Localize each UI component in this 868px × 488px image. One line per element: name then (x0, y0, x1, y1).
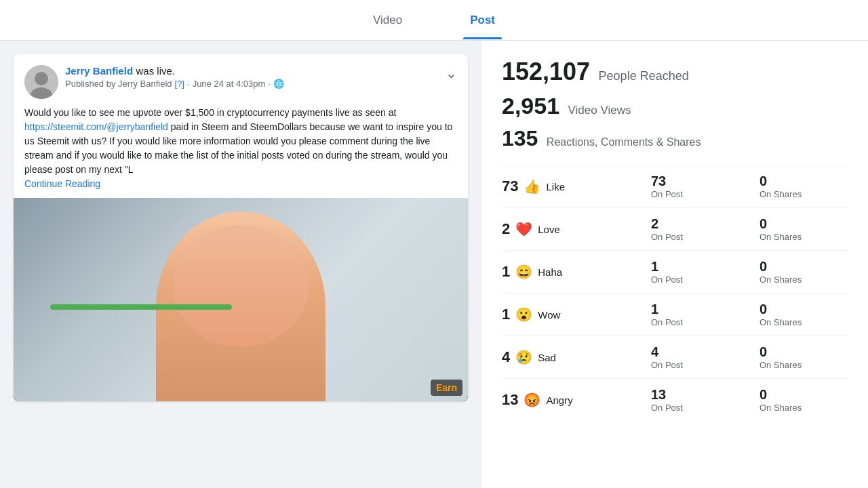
reaction-on-post-cell: 13 On Post (651, 387, 760, 413)
reaction-icon: 😡 (524, 392, 540, 408)
reactions-stat: 135 Reactions, Comments & Shares (502, 126, 848, 151)
stats-panel: 152,107 People Reached 2,951 Video Views… (481, 41, 868, 488)
progress-bar (50, 304, 232, 310)
reaction-on-shares-count: 0 (760, 387, 868, 403)
reaction-on-post-label: On Post (651, 317, 760, 327)
reaction-on-post-count: 1 (651, 302, 760, 317)
reaction-on-post-label: On Post (651, 274, 760, 285)
continue-reading-link[interactable]: Continue Reading (24, 178, 100, 189)
reaction-name-cell: 1 😮 Wow (502, 306, 651, 323)
reaction-name-cell: 1 😄 Haha (502, 263, 651, 281)
reaction-on-post-count: 13 (651, 387, 760, 403)
video-views-number: 2,951 (502, 93, 559, 119)
reaction-total-count: 1 (502, 306, 510, 323)
reaction-on-post-cell: 1 On Post (651, 302, 760, 327)
reaction-icon: 👍 (524, 178, 540, 195)
reaction-icon: 😄 (515, 264, 532, 280)
post-header: Jerry Banfield was live. Published by Je… (14, 54, 468, 106)
reaction-on-post-cell: 4 On Post (651, 344, 760, 370)
reaction-total-count: 73 (502, 178, 518, 195)
video-views-label: Video Views (568, 104, 631, 117)
reaction-on-post-label: On Post (651, 189, 760, 199)
post-panel: Jerry Banfield was live. Published by Je… (0, 41, 481, 488)
reaction-on-post-label: On Post (651, 360, 760, 370)
video-views-stat: 2,951 Video Views (502, 93, 848, 119)
reaction-row: 4 😢 Sad 4 On Post 0 On Shares (502, 336, 848, 378)
earn-badge: Earn (431, 380, 462, 396)
reaction-on-post-cell: 2 On Post (651, 216, 760, 242)
people-reached-stat: 152,107 People Reached (502, 58, 848, 86)
post-media[interactable]: steemit home new ho... Submit a Story ST… (14, 198, 468, 401)
reaction-icon: ❤️ (515, 221, 532, 237)
post-meta: Jerry Banfield was live. Published by Je… (65, 65, 439, 89)
reaction-name: Like (546, 181, 565, 192)
reaction-total-count: 13 (502, 391, 518, 409)
reaction-on-shares-cell: 0 On Shares (760, 216, 868, 242)
avatar (24, 65, 58, 99)
reaction-name-cell: 4 😢 Sad (502, 348, 651, 366)
reactions-number: 135 (502, 126, 538, 150)
reaction-on-shares-label: On Shares (760, 232, 868, 242)
reaction-on-shares-cell: 0 On Shares (760, 174, 868, 199)
reaction-on-post-cell: 1 On Post (651, 259, 760, 285)
reaction-name: Sad (538, 352, 556, 363)
reaction-row: 73 👍 Like 73 On Post 0 On Shares (502, 165, 848, 207)
reaction-on-post-label: On Post (651, 232, 760, 242)
reaction-total-count: 1 (502, 263, 510, 281)
reaction-name-cell: 73 👍 Like (502, 178, 651, 195)
reaction-on-shares-cell: 0 On Shares (760, 344, 868, 370)
tab-bar: Video Post (0, 0, 868, 41)
reaction-on-shares-count: 0 (760, 216, 868, 232)
reaction-name-cell: 2 ❤️ Love (502, 220, 651, 238)
reaction-icon: 😢 (515, 349, 532, 365)
reaction-on-shares-count: 0 (760, 302, 868, 317)
main-content: Jerry Banfield was live. Published by Je… (0, 41, 868, 488)
reaction-name: Love (538, 224, 560, 235)
reaction-total-count: 4 (502, 348, 510, 366)
people-reached-label: People Reached (599, 69, 689, 83)
reaction-on-shares-label: On Shares (760, 189, 868, 199)
post-card: Jerry Banfield was live. Published by Je… (14, 54, 468, 401)
globe-icon: 🌐 (273, 79, 284, 89)
reaction-on-shares-count: 0 (760, 344, 868, 360)
reaction-on-shares-cell: 0 On Shares (760, 302, 868, 327)
post-author-suffix: was live. (136, 65, 176, 77)
post-text: Would you like to see me upvote over $1,… (14, 106, 468, 198)
reaction-on-shares-count: 0 (760, 259, 868, 274)
post-author[interactable]: Jerry Banfield (65, 65, 133, 77)
reaction-on-shares-label: On Shares (760, 403, 868, 413)
reaction-on-post-count: 73 (651, 174, 760, 189)
tab-post[interactable]: Post (463, 1, 502, 39)
reaction-on-shares-label: On Shares (760, 360, 868, 370)
reaction-on-post-cell: 73 On Post (651, 174, 760, 199)
reaction-row: 2 ❤️ Love 2 On Post 0 On Shares (502, 207, 848, 250)
reaction-on-shares-count: 0 (760, 174, 868, 189)
reaction-name: Wow (538, 309, 560, 321)
reaction-row: 1 😄 Haha 1 On Post 0 On Shares (502, 250, 848, 293)
post-options-chevron[interactable]: ⌄ (446, 65, 457, 81)
reaction-name: Haha (538, 266, 562, 278)
reaction-on-post-count: 4 (651, 344, 760, 360)
reaction-row: 13 😡 Angry 13 On Post 0 On Shares (502, 378, 848, 421)
reaction-on-post-count: 1 (651, 259, 760, 274)
reaction-on-shares-label: On Shares (760, 274, 868, 285)
reaction-on-post-count: 2 (651, 216, 760, 232)
reaction-name-cell: 13 😡 Angry (502, 391, 651, 409)
people-reached-number: 152,107 (502, 58, 590, 85)
reaction-row: 1 😮 Wow 1 On Post 0 On Shares (502, 293, 848, 336)
reaction-total-count: 2 (502, 220, 510, 238)
reaction-name: Angry (546, 394, 572, 406)
reactions-table: 73 👍 Like 73 On Post 0 On Shares 2 ❤️ Lo… (502, 165, 848, 421)
reactions-label: Reactions, Comments & Shares (547, 136, 701, 148)
reaction-on-shares-cell: 0 On Shares (760, 387, 868, 413)
tab-video[interactable]: Video (366, 1, 409, 39)
reaction-icon: 😮 (515, 306, 532, 323)
svg-point-1 (35, 72, 48, 85)
reaction-on-post-label: On Post (651, 403, 760, 413)
reaction-on-shares-cell: 0 On Shares (760, 259, 868, 285)
post-link[interactable]: https://steemit.com/@jerrybanfield (24, 121, 168, 132)
reaction-on-shares-label: On Shares (760, 317, 868, 327)
post-date: Published by Jerry Banfield [?] · June 2… (65, 79, 439, 89)
